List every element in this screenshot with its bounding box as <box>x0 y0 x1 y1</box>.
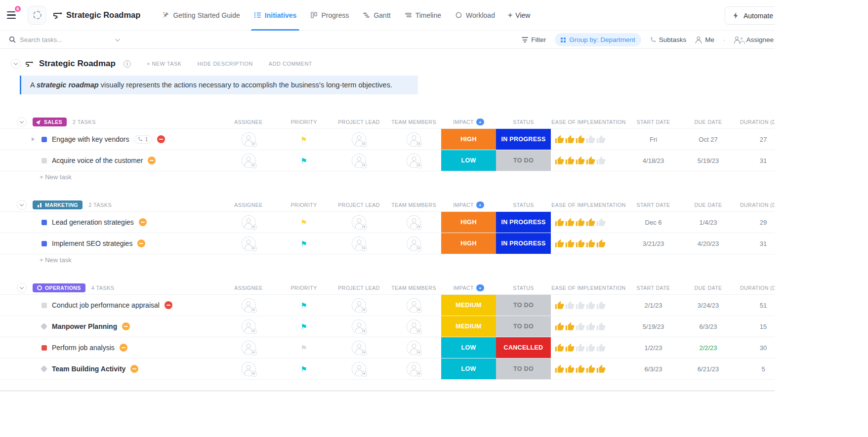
task-name[interactable]: Perform job analysis <box>52 344 115 352</box>
tab-progress[interactable]: Progress <box>303 0 356 31</box>
tab-workload[interactable]: Workload <box>448 0 502 31</box>
blocked-marker-icon[interactable] <box>130 365 138 373</box>
thumbs-up-icon[interactable] <box>596 156 606 165</box>
priority-flag-icon[interactable]: ⚑ <box>300 240 307 247</box>
due-date[interactable]: 2/2/23 <box>680 344 736 352</box>
task-status-icon[interactable] <box>41 158 47 163</box>
column-header-priority[interactable]: PRIORITY <box>276 285 331 291</box>
project-lead-add-button[interactable]: + <box>352 298 366 313</box>
thumbs-up-icon[interactable] <box>555 301 564 310</box>
thumbs-up-icon[interactable] <box>555 135 564 144</box>
start-date[interactable]: Dec 6 <box>626 219 680 226</box>
task-status-icon[interactable] <box>41 345 47 351</box>
thumbs-up-icon[interactable] <box>586 322 595 331</box>
add-view-button[interactable]: + View <box>502 11 536 20</box>
impact-cell[interactable]: MEDIUM <box>441 316 496 337</box>
column-header-due-date[interactable]: DUE DATE <box>680 285 736 291</box>
blocked-marker-icon[interactable] <box>120 344 127 352</box>
table-row[interactable]: Manpower Planning + ⚑ + + MEDIUM TO DO 5… <box>0 316 775 337</box>
column-header-status[interactable]: STATUS <box>496 119 551 125</box>
status-cell[interactable]: TO DO <box>496 295 551 316</box>
thumbs-up-icon[interactable] <box>586 301 595 310</box>
assignee-add-button[interactable]: + <box>242 215 256 230</box>
thumbs-up-icon[interactable] <box>576 156 585 165</box>
search-input[interactable] <box>20 36 111 43</box>
status-cell[interactable]: IN PROGRESS <box>496 129 551 150</box>
duration-value[interactable]: 31 <box>736 157 775 164</box>
column-header-team-members[interactable]: TEAM MEMBERS <box>386 285 441 291</box>
group-badge[interactable]: SALES <box>33 118 67 126</box>
team-members-add-button[interactable]: + <box>407 341 421 355</box>
priority-flag-icon[interactable]: ⚑ <box>300 157 307 164</box>
thumbs-up-icon[interactable] <box>596 343 606 353</box>
ease-rating[interactable] <box>551 150 626 171</box>
thumbs-up-icon[interactable] <box>555 343 564 353</box>
thumbs-up-icon[interactable] <box>565 343 575 353</box>
thumbs-up-icon[interactable] <box>586 364 595 374</box>
status-cell[interactable]: CANCELLED <box>496 337 551 358</box>
status-cell[interactable]: IN PROGRESS <box>496 212 551 233</box>
column-header-start-date[interactable]: START DATE <box>626 285 680 291</box>
project-lead-add-button[interactable]: + <box>352 215 366 230</box>
hide-description-action[interactable]: HIDE DESCRIPTION <box>198 61 253 67</box>
impact-cell[interactable]: MEDIUM <box>441 295 496 316</box>
table-row[interactable]: Engage with key vendors 1 + ⚑ + + HIGH I… <box>0 129 775 150</box>
ease-rating[interactable] <box>551 316 626 337</box>
project-lead-add-button[interactable]: + <box>352 154 366 168</box>
group-badge[interactable]: OPERATIONS <box>33 283 85 292</box>
column-header-start-date[interactable]: START DATE <box>626 119 680 125</box>
subtask-count-badge[interactable]: 1 <box>134 135 152 144</box>
new-task-action[interactable]: + NEW TASK <box>147 61 182 67</box>
task-status-icon[interactable] <box>41 220 47 225</box>
assignee-add-button[interactable]: + <box>242 341 256 355</box>
task-name[interactable]: Implement SEO strategies <box>52 239 132 247</box>
impact-cell[interactable]: LOW <box>441 337 496 358</box>
thumbs-up-icon[interactable] <box>586 343 595 353</box>
thumbs-up-icon[interactable] <box>576 218 585 227</box>
due-date[interactable]: 5/19/23 <box>680 157 736 164</box>
project-lead-add-button[interactable]: + <box>352 132 366 147</box>
tab-initiatives[interactable]: Initiatives <box>247 0 304 31</box>
status-cell[interactable]: TO DO <box>496 150 551 171</box>
blocked-marker-icon[interactable] <box>165 301 172 309</box>
duration-value[interactable]: 30 <box>736 344 775 352</box>
project-lead-add-button[interactable]: + <box>352 237 366 251</box>
assignee-add-button[interactable]: + <box>242 132 256 147</box>
assignee-add-button[interactable]: + <box>242 319 256 334</box>
thumbs-up-icon[interactable] <box>565 156 575 165</box>
team-members-add-button[interactable]: + <box>407 215 421 230</box>
thumbs-up-icon[interactable] <box>555 218 564 227</box>
status-cell[interactable]: TO DO <box>496 316 551 337</box>
due-date[interactable]: Oct 27 <box>680 136 736 143</box>
info-icon[interactable]: i <box>124 60 131 68</box>
duration-value[interactable]: 31 <box>736 240 775 247</box>
column-header-duration[interactable]: DURATION (D <box>736 202 775 208</box>
impact-cell[interactable]: LOW <box>441 150 496 171</box>
group-badge[interactable]: MARKETING <box>33 200 83 209</box>
column-header-status[interactable]: STATUS <box>496 202 551 208</box>
thumbs-up-icon[interactable] <box>576 364 585 374</box>
blocked-marker-icon[interactable] <box>148 157 156 164</box>
status-cell[interactable]: TO DO <box>496 358 551 379</box>
thumbs-up-icon[interactable] <box>555 239 564 248</box>
table-row[interactable]: Implement SEO strategies + ⚑ + + HIGH IN… <box>0 233 775 254</box>
ease-rating[interactable] <box>551 129 626 150</box>
column-header-impact[interactable]: IMPACT▲ <box>441 201 496 208</box>
table-row[interactable]: Lead generation strategies + ⚑ + + HIGH … <box>0 212 775 233</box>
blocked-marker-icon[interactable] <box>157 135 165 143</box>
project-lead-add-button[interactable]: + <box>352 341 366 355</box>
start-date[interactable]: 2/1/23 <box>626 302 680 309</box>
task-name[interactable]: Conduct job performance appraisal <box>52 301 160 309</box>
ease-rating[interactable] <box>551 233 626 254</box>
impact-cell[interactable]: HIGH <box>441 233 496 254</box>
priority-flag-icon[interactable]: ⚑ <box>300 219 307 226</box>
task-status-icon[interactable] <box>41 365 47 372</box>
task-status-icon[interactable] <box>41 241 47 246</box>
duration-value[interactable]: 51 <box>736 302 775 309</box>
thumbs-up-icon[interactable] <box>555 364 564 374</box>
subtasks-button[interactable]: Subtasks <box>650 36 687 43</box>
assignee-add-button[interactable]: + <box>242 237 256 251</box>
column-header-team-members[interactable]: TEAM MEMBERS <box>386 119 441 125</box>
column-header-project-lead[interactable]: PROJECT LEAD <box>331 285 386 291</box>
hamburger-menu-button[interactable]: 6 <box>5 7 22 24</box>
